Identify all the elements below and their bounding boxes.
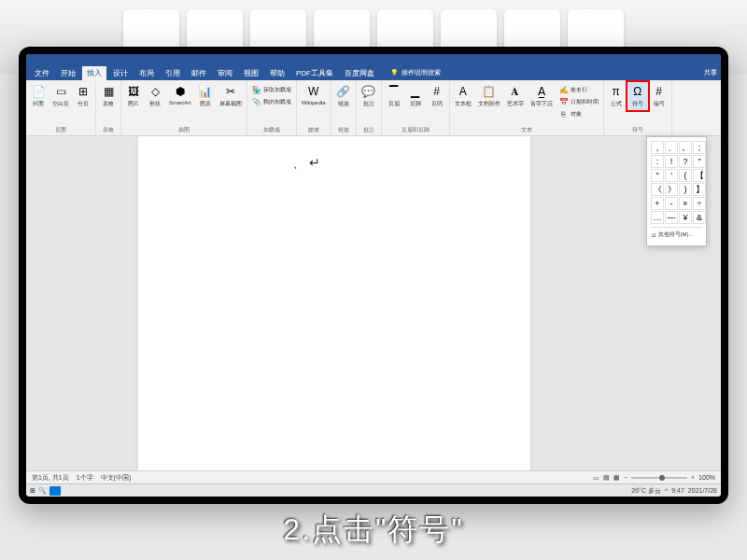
ribbon-button-页脚[interactable]: ▁页脚 [405, 82, 426, 110]
share-button[interactable]: 共享 [704, 68, 717, 77]
ribbon-small-我的加载项[interactable]: 📎我的加载项 [251, 96, 292, 107]
clock-time[interactable]: 9:47 [671, 487, 684, 494]
symbol-grid: ,、。;:!?""'(【《》)】+-×÷…—¥& [651, 141, 702, 224]
symbol-cell[interactable]: - [665, 197, 678, 210]
ribbon-button-Wikipedia[interactable]: WWikipedia [299, 82, 329, 107]
symbol-cell[interactable]: & [693, 211, 706, 224]
ribbon-button-label: 首字下沉 [530, 100, 553, 108]
text-cursor: 、 ↵ [292, 155, 320, 172]
view-web-icon[interactable]: ▦ [613, 474, 620, 482]
ribbon-small-获取加载项[interactable]: 🏪获取加载项 [251, 84, 292, 95]
symbol-cell[interactable]: ÷ [693, 197, 706, 210]
ribbon-button-图表[interactable]: 📊图表 [195, 82, 216, 110]
menu-design[interactable]: 设计 [108, 66, 133, 80]
symbol-cell[interactable]: 》 [665, 183, 678, 196]
ribbon-button-形状[interactable]: ◇形状 [145, 82, 165, 110]
ribbon-small-label: 获取加载项 [263, 86, 291, 94]
zoom-out-icon[interactable]: − [624, 474, 627, 481]
menu-baidu[interactable]: 百度网盘 [340, 66, 379, 80]
页码-icon: # [430, 84, 444, 99]
status-page[interactable]: 第1页, 共1页 [32, 473, 69, 483]
start-icon[interactable]: ⊞ [30, 487, 35, 495]
zoom-value[interactable]: 100% [698, 474, 715, 481]
tell-me-search[interactable]: 操作说明搜索 [390, 68, 441, 77]
menu-mailings[interactable]: 邮件 [187, 66, 211, 80]
symbol-cell[interactable]: ! [665, 155, 678, 168]
ribbon-button-分页[interactable]: ⊞分页 [73, 82, 93, 110]
document-page[interactable]: 、 ↵ [138, 136, 530, 470]
symbol-cell[interactable]: ? [679, 155, 692, 168]
symbol-cell[interactable]: 《 [651, 183, 664, 196]
status-lang[interactable]: 中文(中国) [101, 473, 132, 483]
ribbon-button-表格[interactable]: ▦表格 [98, 82, 119, 110]
ribbon-button-label: 图片 [128, 100, 139, 108]
more-symbols-button[interactable]: Ω 其他符号(M)... [651, 227, 702, 242]
menu-home[interactable]: 开始 [56, 66, 80, 80]
menu-layout[interactable]: 布局 [134, 66, 159, 80]
ribbon-group-label: 加载项 [247, 125, 296, 135]
ribbon-button-批注[interactable]: 💬批注 [359, 82, 379, 110]
ribbon-button-文档部件[interactable]: 📋文档部件 [475, 82, 503, 110]
ribbon-small-日期和时间[interactable]: 📅日期和时间 [558, 96, 599, 107]
ribbon-button-页码[interactable]: #页码 [427, 82, 447, 110]
ribbon-button-空白页[interactable]: ▭空白页 [49, 82, 72, 110]
ribbon-group: WWikipedia媒体 [297, 80, 331, 135]
ribbon-small-label: 签名行 [571, 86, 587, 94]
symbol-cell[interactable]: " [693, 155, 706, 168]
symbol-cell[interactable]: ; [693, 141, 706, 154]
页脚-icon: ▁ [408, 84, 423, 99]
menu-view[interactable]: 视图 [239, 66, 263, 80]
ribbon-button-屏幕截图[interactable]: ✂屏幕截图 [217, 82, 245, 110]
symbol-cell[interactable]: " [651, 169, 664, 182]
symbol-cell[interactable]: × [679, 197, 692, 210]
ribbon-group: 🔗链接链接 [331, 80, 357, 135]
view-layout-icon[interactable]: ▭ [593, 474, 599, 482]
tray-up-icon[interactable]: ^ [665, 487, 668, 494]
symbol-cell[interactable]: 【 [693, 169, 706, 182]
symbol-cell[interactable]: 。 [679, 141, 692, 154]
symbol-cell[interactable]: 】 [693, 183, 706, 196]
ribbon-button-SmartArt[interactable]: ⬢SmartArt [166, 82, 194, 107]
ribbon-group-label: 表格 [96, 125, 120, 135]
weather-widget[interactable]: 26°C 多云 [631, 486, 661, 496]
search-icon[interactable]: 🔍 [38, 487, 47, 495]
symbol-cell[interactable]: : [651, 155, 664, 168]
ribbon-button-页眉[interactable]: ▔页眉 [384, 82, 404, 110]
symbol-cell[interactable]: ¥ [679, 211, 692, 224]
symbol-cell[interactable]: + [651, 197, 664, 210]
ribbon-button-链接[interactable]: 🔗链接 [333, 82, 354, 110]
ribbon-button-艺术字[interactable]: 𝐀艺术字 [504, 82, 527, 110]
symbol-cell[interactable]: ' [665, 169, 678, 182]
zoom-slider[interactable] [631, 477, 687, 479]
clock-date[interactable]: 2021/7/28 [688, 487, 717, 494]
menu-review[interactable]: 审阅 [213, 66, 237, 80]
symbol-cell[interactable]: ) [679, 183, 692, 196]
zoom-in-icon[interactable]: + [691, 474, 695, 481]
view-read-icon[interactable]: ▤ [603, 474, 610, 482]
ribbon-button-公式[interactable]: π公式 [606, 82, 627, 110]
ribbon-button-封面[interactable]: 📄封面 [28, 82, 49, 110]
symbol-cell[interactable]: 、 [665, 141, 678, 154]
menu-file[interactable]: 文件 [30, 66, 54, 80]
SmartArt-icon: ⬢ [173, 84, 188, 99]
ribbon-small-对象[interactable]: ⎘对象 [558, 108, 599, 119]
ribbon-button-编号[interactable]: #编号 [649, 82, 669, 110]
menu-insert[interactable]: 插入 [82, 66, 106, 80]
symbol-cell[interactable]: — [665, 211, 678, 224]
status-words[interactable]: 1个字 [77, 473, 93, 483]
获取加载项-icon: 🏪 [252, 85, 261, 94]
task-word-icon[interactable] [49, 486, 61, 496]
symbol-dropdown-panel: ,、。;:!?""'(【《》)】+-×÷…—¥& Ω 其他符号(M)... [646, 136, 707, 246]
menu-pdf[interactable]: PDF工具集 [291, 66, 338, 80]
symbol-cell[interactable]: … [651, 211, 664, 224]
ribbon-group-label: 页面 [26, 125, 95, 135]
ribbon-small-签名行[interactable]: ✍签名行 [558, 84, 599, 95]
ribbon-button-图片[interactable]: 🖼图片 [123, 82, 144, 110]
ribbon-button-文本框[interactable]: A文本框 [452, 82, 474, 110]
menu-help[interactable]: 帮助 [265, 66, 289, 80]
menu-references[interactable]: 引用 [161, 66, 185, 80]
symbol-cell[interactable]: , [651, 141, 664, 154]
symbol-cell[interactable]: ( [679, 169, 692, 182]
ribbon-button-首字下沉[interactable]: A̲首字下沉 [528, 82, 556, 110]
ribbon-button-符号[interactable]: Ω符号 [627, 82, 648, 110]
